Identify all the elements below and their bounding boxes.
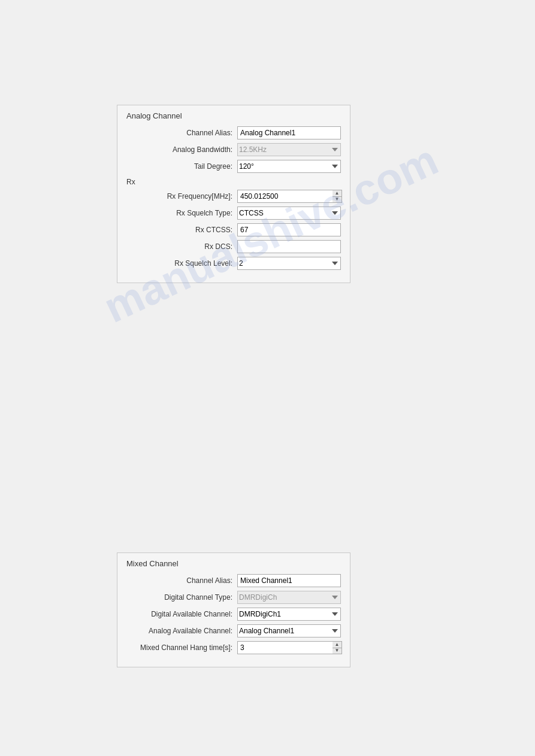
analog-bandwidth-label: Analog Bandwidth: xyxy=(126,145,237,154)
hang-time-up-button[interactable]: ▲ xyxy=(333,642,341,648)
mixed-channel-title: Mixed Channel xyxy=(126,559,341,568)
rx-ctcss-row: Rx CTCSS: xyxy=(126,223,341,236)
analog-available-channel-select[interactable]: Analog Channel1 xyxy=(237,624,341,637)
rx-squelch-level-select[interactable]: 0 1 2 3 4 5 xyxy=(237,257,341,270)
rx-ctcss-input[interactable] xyxy=(237,223,341,236)
hang-time-input[interactable] xyxy=(237,641,333,654)
mixed-channel-hang-time-row: Mixed Channel Hang time[s]: ▲ ▼ xyxy=(126,641,341,654)
hang-time-down-button[interactable]: ▼ xyxy=(333,648,341,654)
rx-squelch-level-label: Rx Squelch Level: xyxy=(126,259,237,268)
digital-channel-type-select: DMRDigiCh xyxy=(237,591,341,604)
analog-bandwidth-select: 12.5KHz xyxy=(237,143,341,156)
rx-frequency-spinner: ▲ ▼ xyxy=(237,190,342,203)
rx-section-title: Rx xyxy=(126,178,341,186)
page-container: manualshive.com Analog Channel Channel A… xyxy=(0,0,535,756)
digital-available-channel-select[interactable]: DMRDigiCh1 xyxy=(237,608,341,621)
mid-spacer xyxy=(12,295,523,552)
mixed-channel-alias-row: Channel Alias: xyxy=(126,574,341,587)
tail-degree-label: Tail Degree: xyxy=(126,162,237,171)
rx-squelch-type-row: Rx Squelch Type: CTCSS DCS None xyxy=(126,207,341,220)
rx-squelch-level-row: Rx Squelch Level: 0 1 2 3 4 5 xyxy=(126,257,341,270)
rx-frequency-label: Rx Frequency[MHz]: xyxy=(126,192,237,201)
rx-frequency-down-button[interactable]: ▼ xyxy=(333,196,341,203)
rx-frequency-input[interactable] xyxy=(237,190,333,203)
channel-alias-label: Channel Alias: xyxy=(126,129,237,137)
rx-dcs-input[interactable] xyxy=(237,240,341,253)
analog-channel-title: Analog Channel xyxy=(126,111,341,120)
analog-bandwidth-row: Analog Bandwidth: 12.5KHz xyxy=(126,143,341,156)
channel-alias-row: Channel Alias: xyxy=(126,126,341,139)
rx-dcs-label: Rx DCS: xyxy=(126,242,237,251)
analog-channel-section: Analog Channel Channel Alias: Analog Ban… xyxy=(117,105,350,283)
bottom-spacer xyxy=(12,679,523,739)
tail-degree-select[interactable]: 120° 180° 240° xyxy=(237,160,341,173)
mixed-channel-section: Mixed Channel Channel Alias: Digital Cha… xyxy=(117,552,350,667)
hang-time-spinner: ▲ ▼ xyxy=(237,641,342,654)
digital-channel-type-row: Digital Channel Type: DMRDigiCh xyxy=(126,591,341,604)
rx-dcs-row: Rx DCS: xyxy=(126,240,341,253)
digital-channel-type-label: Digital Channel Type: xyxy=(126,593,237,602)
digital-available-channel-row: Digital Available Channel: DMRDigiCh1 xyxy=(126,608,341,621)
tail-degree-row: Tail Degree: 120° 180° 240° xyxy=(126,160,341,173)
rx-squelch-type-label: Rx Squelch Type: xyxy=(126,209,237,217)
hang-time-spinner-buttons: ▲ ▼ xyxy=(333,641,342,654)
mixed-channel-alias-input[interactable] xyxy=(237,574,341,587)
rx-frequency-up-button[interactable]: ▲ xyxy=(333,190,341,196)
rx-ctcss-label: Rx CTCSS: xyxy=(126,226,237,234)
analog-available-channel-row: Analog Available Channel: Analog Channel… xyxy=(126,624,341,637)
rx-frequency-row: Rx Frequency[MHz]: ▲ ▼ xyxy=(126,190,341,203)
analog-available-channel-label: Analog Available Channel: xyxy=(126,627,237,635)
rx-squelch-type-select[interactable]: CTCSS DCS None xyxy=(237,207,341,220)
mixed-channel-alias-label: Channel Alias: xyxy=(126,576,237,585)
digital-available-channel-label: Digital Available Channel: xyxy=(126,610,237,618)
mixed-channel-hang-time-label: Mixed Channel Hang time[s]: xyxy=(126,643,237,652)
channel-alias-input[interactable] xyxy=(237,126,341,139)
rx-frequency-spinner-buttons: ▲ ▼ xyxy=(333,190,342,203)
